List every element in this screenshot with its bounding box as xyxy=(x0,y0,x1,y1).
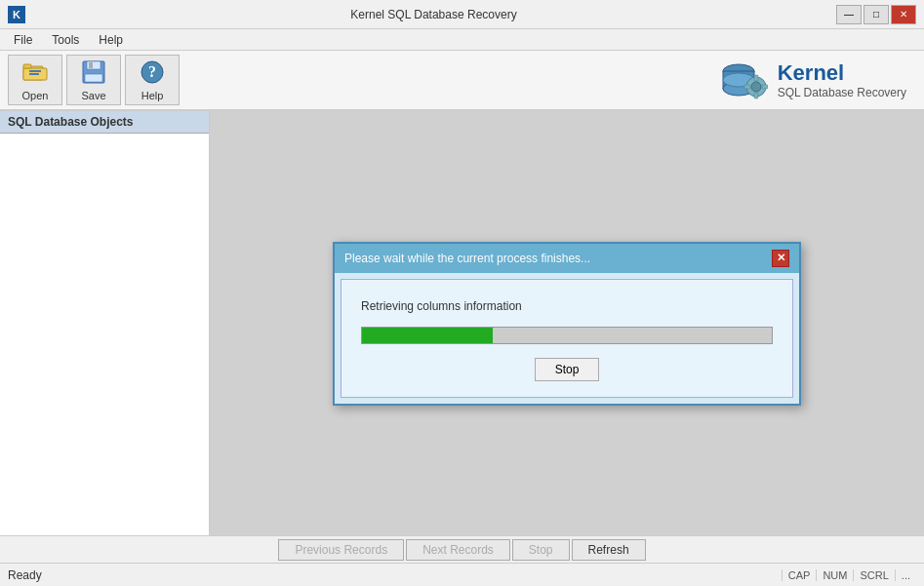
window-controls: — □ ✕ xyxy=(836,5,916,24)
progress-bar-container xyxy=(361,327,773,344)
svg-point-16 xyxy=(751,82,761,92)
window-title: Kernel SQL Database Recovery xyxy=(31,8,836,21)
scrl-indicator: SCRL xyxy=(853,569,894,581)
svg-rect-20 xyxy=(762,85,768,89)
title-bar: K Kernel SQL Database Recovery — □ ✕ xyxy=(0,0,924,29)
modal-close-button[interactable]: ✕ xyxy=(772,250,789,267)
dots-indicator: ... xyxy=(895,569,916,581)
cap-indicator: CAP xyxy=(782,569,817,581)
svg-rect-19 xyxy=(744,85,750,89)
open-label: Open xyxy=(22,90,49,101)
logo-kernel: Kernel xyxy=(778,60,844,86)
svg-rect-17 xyxy=(754,75,758,81)
svg-text:?: ? xyxy=(148,63,156,80)
minimize-button[interactable]: — xyxy=(836,5,862,24)
open-button[interactable]: Open xyxy=(8,55,62,105)
svg-rect-2 xyxy=(23,64,31,68)
menu-file[interactable]: File xyxy=(4,31,42,49)
num-indicator: NUM xyxy=(816,569,853,581)
progress-bar-fill xyxy=(362,328,493,343)
modal-title: Please wait while the current process fi… xyxy=(344,252,590,265)
maximize-icon: □ xyxy=(873,9,879,20)
modal-message: Retrieving columns information xyxy=(361,299,773,313)
menu-bar: File Tools Help xyxy=(0,29,924,51)
modal-actions: Stop xyxy=(361,358,773,381)
svg-rect-3 xyxy=(29,70,41,72)
db-logo-icon xyxy=(719,56,768,104)
bottom-bar: Previous Records Next Records Stop Refre… xyxy=(0,535,924,563)
prev-records-button[interactable]: Previous Records xyxy=(278,539,404,561)
svg-rect-7 xyxy=(89,62,93,68)
save-icon xyxy=(80,59,107,86)
logo-subtitle: SQL Database Recovery xyxy=(778,86,906,99)
bottom-buttons: Previous Records Next Records Stop Refre… xyxy=(278,539,645,561)
minimize-icon: — xyxy=(844,9,854,20)
open-icon xyxy=(21,59,49,86)
help-button[interactable]: ? Help xyxy=(125,55,180,105)
stop-button[interactable]: Stop xyxy=(512,539,570,561)
status-text: Ready xyxy=(8,568,42,582)
svg-rect-4 xyxy=(29,73,39,75)
toolbar-buttons: Open Save ? Help xyxy=(8,55,180,105)
logo-text: Kernel SQL Database Recovery xyxy=(778,60,906,99)
modal-dialog: Please wait while the current process fi… xyxy=(333,242,801,406)
right-panel: Please wait while the current process fi… xyxy=(210,111,924,535)
left-panel-header: SQL Database Objects xyxy=(0,111,209,134)
maximize-button[interactable]: □ xyxy=(864,5,889,24)
next-records-button[interactable]: Next Records xyxy=(406,539,510,561)
save-button[interactable]: Save xyxy=(66,55,121,105)
svg-rect-18 xyxy=(754,93,758,98)
status-bar: Ready CAP NUM SCRL ... xyxy=(0,563,924,586)
status-indicators: CAP NUM SCRL ... xyxy=(782,569,916,581)
close-button[interactable]: ✕ xyxy=(891,5,916,24)
logo-area: Kernel SQL Database Recovery xyxy=(719,56,916,104)
help-label: Help xyxy=(141,90,164,101)
left-panel: SQL Database Objects xyxy=(0,111,210,535)
refresh-button[interactable]: Refresh xyxy=(572,539,646,561)
app-icon: K xyxy=(8,6,25,23)
help-icon: ? xyxy=(139,59,166,86)
toolbar: Open Save ? Help xyxy=(0,51,924,111)
save-label: Save xyxy=(81,90,105,101)
close-icon: ✕ xyxy=(900,9,907,20)
modal-body: Retrieving columns information Stop xyxy=(341,279,793,398)
svg-rect-8 xyxy=(85,74,102,82)
main-area: SQL Database Objects Please wait while t… xyxy=(0,111,924,535)
menu-help[interactable]: Help xyxy=(89,31,133,49)
modal-header: Please wait while the current process fi… xyxy=(335,244,799,273)
menu-tools[interactable]: Tools xyxy=(42,31,89,49)
modal-stop-button[interactable]: Stop xyxy=(535,358,600,381)
modal-overlay: Please wait while the current process fi… xyxy=(210,111,924,535)
